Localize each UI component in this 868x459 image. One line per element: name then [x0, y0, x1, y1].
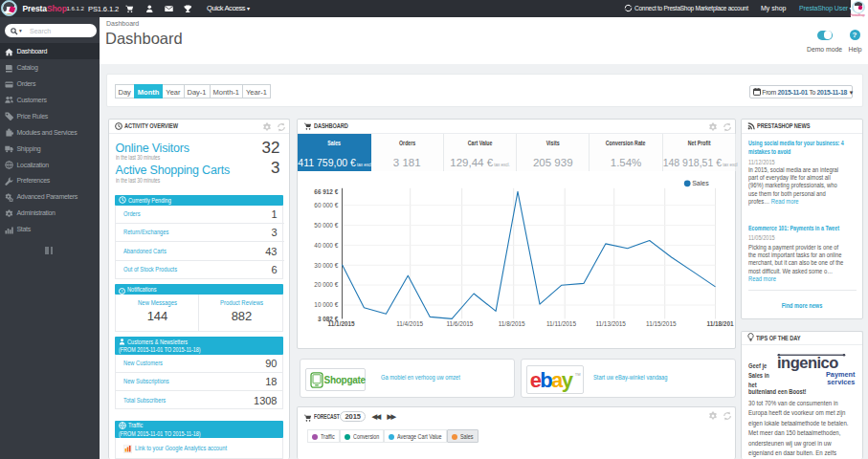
svg-text:60 000 €: 60 000 € [315, 202, 339, 208]
svg-text:40 000 €: 40 000 € [315, 242, 339, 249]
svg-text:ingenico: ingenico [777, 354, 838, 371]
svg-text:11/15/2015: 11/15/2015 [646, 320, 677, 327]
svg-text:11/4/2015: 11/4/2015 [396, 320, 423, 327]
svg-text:50 000 €: 50 000 € [315, 222, 339, 229]
svg-text:20 000 €: 20 000 € [315, 282, 339, 289]
svg-text:10 000 €: 10 000 € [315, 301, 339, 308]
svg-text:11/6/2015: 11/6/2015 [447, 320, 474, 327]
svg-text:11/13/2015: 11/13/2015 [596, 320, 627, 327]
svg-text:66 912 €: 66 912 € [315, 188, 339, 195]
svg-text:11/1/2015: 11/1/2015 [328, 320, 355, 327]
svg-text:11/8/2015: 11/8/2015 [499, 320, 525, 327]
svg-text:11/18/201: 11/18/201 [707, 320, 734, 327]
svg-text:30 000 €: 30 000 € [315, 262, 339, 269]
svg-text:Sales: Sales [692, 181, 709, 187]
svg-text:11/11/2015: 11/11/2015 [546, 320, 576, 327]
